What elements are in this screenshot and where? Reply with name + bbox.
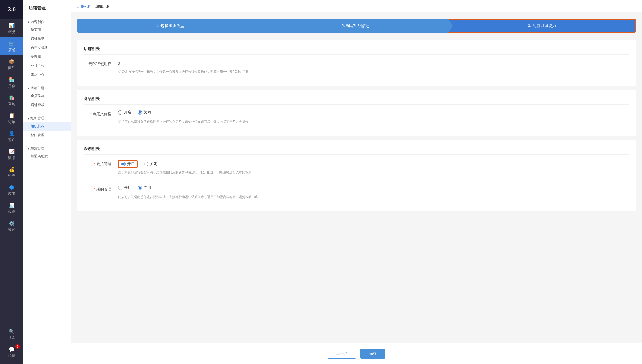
steps: 1. 选择组织类型 2. 编写组织信息 3. 配置组织能力 <box>77 19 636 33</box>
custom-price-hint: 指门店在总部设置的价格区间内进行独立定价，该价格仅在该门店生效，包括零售价、会员… <box>118 120 629 124</box>
sidebar2-item-org-structure[interactable]: 组织机构 <box>23 122 71 131</box>
custom-price-label: 自定义价格： <box>84 110 118 117</box>
app-icon: 🔷 <box>9 185 15 190</box>
sidebar-item-label: 数据 <box>8 156 15 160</box>
sidebar-item-label: 设置 <box>8 228 15 232</box>
purchase-order-open-radio[interactable] <box>121 162 126 166</box>
sidebar-item-inventory[interactable]: 🏪 库存 <box>0 73 23 91</box>
custom-price-row: 自定义价格： 开启 关闭 指门店在总部设置的价格区间内进行独立定价，该价格仅在该 <box>84 110 629 124</box>
sidebar-item-store[interactable]: 🛒 店铺 <box>0 37 23 55</box>
purchase-order-row: 要货管理： 开启 关闭 <box>84 160 629 175</box>
sidebar-item-data[interactable]: 📈 数据 <box>0 145 23 163</box>
sidebar-message[interactable]: 💬 消息 9 <box>0 343 23 361</box>
cashier-icon: 🧾 <box>9 203 15 208</box>
sidebar2-item-micro-page[interactable]: 微页面 <box>23 25 71 34</box>
procurement-radio-group: 开启 关闭 <box>118 185 151 190</box>
data-icon: 📈 <box>9 149 15 154</box>
purchase-order-close[interactable]: 关闭 <box>144 162 157 166</box>
inventory-icon: 🏪 <box>9 77 15 83</box>
sidebar2: 店铺管理 ▾ 内容创作 微页面 店铺笔记 自定义模块 悬浮窗 公共广告 素材中心… <box>23 0 71 364</box>
sidebar-item-label: 商品 <box>8 66 15 70</box>
goods-related-card: 商品相关 自定义价格： 开启 关闭 <box>77 90 636 136</box>
store-related-title: 店铺相关 <box>84 46 629 55</box>
goods-related-title: 商品相关 <box>84 96 629 105</box>
sidebar2-item-store-style[interactable]: 全店风格 <box>23 92 71 101</box>
procurement-label: 采购管理： <box>84 185 118 193</box>
sidebar-item-purchase[interactable]: 🛍️ 采购 <box>0 91 23 109</box>
sidebar2-item-custom-module[interactable]: 自定义模块 <box>23 43 71 52</box>
sidebar-item-goods[interactable]: 📦 商品 <box>0 55 23 73</box>
sidebar2-item-dept-mgmt[interactable]: 部门管理 <box>23 131 71 140</box>
custom-price-radio-group: 开启 关闭 <box>118 110 151 115</box>
procurement-close-radio[interactable] <box>138 186 142 190</box>
purchase-order-open-label: 开启 <box>127 162 135 166</box>
sidebar2-group-title-franchise-mgmt[interactable]: ▾ 加盟管理 <box>23 144 71 152</box>
sidebar-item-label: 应用 <box>8 192 15 196</box>
purchase-order-radio-group: 开启 关闭 <box>118 160 157 168</box>
procurement-close[interactable]: 关闭 <box>138 185 151 190</box>
main: 组织机构 / 编辑组织 1. 选择组织类型 2. 编写组织信息 3. 配置组织能… <box>71 0 642 364</box>
step-2[interactable]: 2. 编写组织信息 <box>263 19 449 33</box>
sidebar-item-order[interactable]: 📋 订单 <box>0 109 23 127</box>
search-icon: 🔍 <box>9 329 15 334</box>
sidebar-item-label: 资产 <box>8 174 15 178</box>
sidebar2-item-float-window[interactable]: 悬浮窗 <box>23 52 71 61</box>
custom-price-close-radio[interactable] <box>138 110 142 115</box>
sidebar2-item-store-note[interactable]: 店铺笔记 <box>23 34 71 43</box>
sidebar2-group-content: ▾ 内容创作 微页面 店铺笔记 自定义模块 悬浮窗 公共广告 素材中心 <box>23 15 71 81</box>
actions-bar: 上一步 保存 <box>71 343 642 364</box>
procurement-row: 采购管理： 开启 关闭 门店可以无需向总部进行要货申请，直接将货物进行采购入库， <box>84 185 629 199</box>
sidebar-search[interactable]: 🔍 搜索 <box>0 325 23 343</box>
sidebar-item-overview[interactable]: 📊 概况 <box>0 19 23 37</box>
chevron-down-icon: ▾ <box>28 20 29 24</box>
step-1[interactable]: 1. 选择组织类型 <box>77 19 263 33</box>
settings-icon: ⚙️ <box>9 221 15 226</box>
sidebar2-group-org-mgmt: ▾ 组织管理 组织机构 部门管理 <box>23 112 71 142</box>
procurement-open[interactable]: 开启 <box>118 185 131 190</box>
cloud-pos-hint: 指店铺内的任意一个帐号，在任意一台设备上进行收银收款操作，即算占用一个云POS使… <box>118 70 629 74</box>
step-3[interactable]: 3. 配置组织能力 <box>448 19 636 33</box>
procurement-open-radio[interactable] <box>118 186 122 190</box>
sidebar-item-label: 店铺 <box>8 48 15 52</box>
breadcrumb-edit-org: 编辑组织 <box>95 4 109 9</box>
goods-icon: 📦 <box>9 59 15 65</box>
sidebar2-item-public-ad[interactable]: 公共广告 <box>23 61 71 70</box>
custom-price-close-label: 关闭 <box>144 110 151 115</box>
cloud-pos-row: 云POS使用权： 3 指店铺内的任意一个帐号，在任意一台设备上进行收银收款操作，… <box>84 60 629 74</box>
custom-price-open[interactable]: 开启 <box>118 110 131 115</box>
sidebar-item-asset[interactable]: 💰 资产 <box>0 163 23 181</box>
sidebar2-item-material-center[interactable]: 素材中心 <box>23 70 71 79</box>
sidebar-item-settings[interactable]: ⚙️ 设置 <box>0 217 23 235</box>
custom-price-label-row: 自定义价格： 开启 关闭 <box>84 110 629 117</box>
sidebar-item-label: 消息 <box>8 353 15 358</box>
sidebar-item-cashier[interactable]: 🧾 收银 <box>0 199 23 217</box>
save-button[interactable]: 保存 <box>360 349 385 359</box>
purchase-order-close-radio[interactable] <box>144 162 148 166</box>
purchase-order-open-highlighted: 开启 <box>118 160 138 168</box>
chevron-down-icon: ▾ <box>28 147 29 151</box>
sidebar2-item-store-template[interactable]: 店铺模板 <box>23 101 71 110</box>
custom-price-close[interactable]: 关闭 <box>138 110 151 115</box>
sidebar-item-label: 搜索 <box>8 335 15 340</box>
sidebar-item-app[interactable]: 🔷 应用 <box>0 181 23 199</box>
sidebar2-group-title-store-theme[interactable]: ▾ 店铺主题 <box>23 84 71 92</box>
sidebar2-group-title-org-mgmt[interactable]: ▾ 组织管理 <box>23 114 71 122</box>
custom-price-open-radio[interactable] <box>118 110 122 115</box>
customer-icon: 👤 <box>9 131 15 136</box>
breadcrumb-org-structure[interactable]: 组织机构 <box>77 4 91 9</box>
sidebar-item-label: 概况 <box>8 30 15 34</box>
sidebar2-item-franchise-archive[interactable]: 加盟商档案 <box>23 152 71 161</box>
sidebar-left: 3.0 📊 概况 🛒 店铺 📦 商品 🏪 库存 🛍️ 采购 📋 订单 👤 客 <box>0 0 23 364</box>
divider <box>84 180 629 180</box>
prev-button[interactable]: 上一步 <box>328 349 356 359</box>
custom-price-open-label: 开启 <box>124 110 131 115</box>
breadcrumb-separator: / <box>93 5 94 9</box>
overview-icon: 📊 <box>9 23 15 29</box>
asset-icon: 💰 <box>9 167 15 172</box>
sidebar-item-customer[interactable]: 👤 客户 <box>0 127 23 145</box>
sidebar2-group-title-content[interactable]: ▾ 内容创作 <box>23 17 71 25</box>
content-area: 1. 选择组织类型 2. 编写组织信息 3. 配置组织能力 店铺相关 云POS使… <box>71 12 642 343</box>
purchase-order-open[interactable]: 开启 <box>121 162 135 166</box>
procurement-hint: 门店可以无需向总部进行要货申请，直接将货物进行采购入库，适用于加盟商等有独立进货… <box>118 195 629 199</box>
sidebar-item-label: 库存 <box>8 84 15 88</box>
